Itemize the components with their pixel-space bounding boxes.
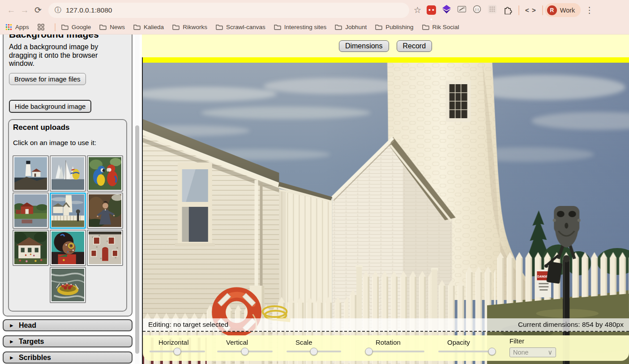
- extension-circle-icon[interactable]: (-): [472, 4, 482, 16]
- toolbar-separator: [542, 5, 543, 15]
- thumbnail-stone-house[interactable]: [87, 230, 123, 266]
- bookmarks-bar: Apps Google News Kalieda Rikworks Scrawl…: [0, 20, 629, 34]
- expand-arrow-icon: ►: [9, 338, 14, 345]
- toolbar-separator: [518, 5, 519, 15]
- bookmark-folder-news[interactable]: News: [99, 24, 125, 30]
- thumbnail-red-barn[interactable]: [13, 193, 49, 229]
- hide-background-button[interactable]: Hide background image: [9, 100, 91, 113]
- opacity-control: Opacity: [438, 337, 494, 359]
- background-images-panel: Background images Add a background image…: [3, 34, 133, 317]
- address-bar[interactable]: ⓘ 127.0.0.1:8080: [48, 3, 409, 18]
- section-scribbles[interactable]: ► Scribbles: [3, 351, 133, 364]
- bookmark-label: Scrawl-canvas: [226, 24, 265, 30]
- reading-list-icon[interactable]: [38, 24, 44, 30]
- tower-window: [446, 81, 471, 122]
- thumbnail-sailboats[interactable]: [50, 155, 86, 192]
- slider-thumb[interactable]: [241, 348, 249, 355]
- bookmark-star-icon[interactable]: ☆: [414, 5, 421, 15]
- panel-intro-text: Add a background image by dragging it on…: [9, 43, 116, 68]
- extension-postcard-icon[interactable]: [457, 4, 466, 16]
- bookmark-folder-publishing[interactable]: Publishing: [375, 24, 413, 30]
- slider-label: Horizontal: [158, 338, 205, 346]
- slider-thumb[interactable]: [365, 348, 373, 355]
- filter-value: None: [513, 349, 529, 356]
- devtools-code-icon[interactable]: < >: [525, 6, 536, 14]
- opacity-slider[interactable]: [438, 351, 494, 352]
- editing-status: Editing: no target selected: [148, 321, 228, 329]
- recent-uploads-heading: Recent uploads: [13, 123, 126, 132]
- bookmark-folder-jobhunt[interactable]: Jobhunt: [335, 24, 367, 30]
- bookmark-label: Rik Social: [432, 24, 459, 30]
- extensions-puzzle-icon[interactable]: [503, 4, 513, 16]
- main-area: Dimensions Record: [142, 34, 629, 364]
- browser-menu-icon[interactable]: ⋮: [585, 5, 594, 15]
- extension-diamond-icon[interactable]: [442, 4, 451, 16]
- vertical-slider[interactable]: [217, 351, 273, 352]
- profile-button[interactable]: R Work: [545, 3, 581, 17]
- forward-icon[interactable]: →: [18, 5, 31, 15]
- slider-label: Opacity: [447, 338, 494, 346]
- bookmark-folder-rikworks[interactable]: Rikworks: [172, 24, 207, 30]
- controls-panel: Horizontal Vertical Scale: [143, 335, 629, 361]
- thumbnail-alpine-house[interactable]: [13, 230, 49, 266]
- dimensions-button[interactable]: Dimensions: [339, 40, 389, 52]
- bookmark-folder-rik-social[interactable]: Rik Social: [422, 24, 459, 30]
- apps-label: Apps: [15, 24, 29, 30]
- thumbnail-woman-in-garden[interactable]: [87, 193, 123, 229]
- thumbnail-grid: [13, 155, 126, 303]
- rotation-slider[interactable]: [367, 351, 424, 352]
- slider-thumb[interactable]: [310, 348, 318, 355]
- section-targets[interactable]: ► Targets: [3, 335, 133, 347]
- bookmark-folder-kalieda[interactable]: Kalieda: [133, 24, 164, 30]
- filter-select[interactable]: None ∨: [509, 347, 556, 357]
- extension-grid-icon[interactable]: [488, 4, 497, 16]
- apps-launcher[interactable]: Apps: [5, 24, 29, 30]
- thumbnail-portland-head-lighthouse[interactable]: [13, 155, 49, 192]
- yellow-strip: [142, 57, 629, 63]
- section-head[interactable]: ► Head: [3, 319, 133, 331]
- thumbnail-pemaquid-lighthouse[interactable]: [50, 193, 86, 229]
- svg-text:(-): (-): [475, 7, 479, 11]
- rotation-control: Rotation: [367, 337, 424, 359]
- sidebar: Background images Add a background image…: [0, 34, 142, 364]
- bookmark-label: Rikworks: [183, 24, 207, 30]
- bookmark-folder-google[interactable]: Google: [61, 24, 91, 30]
- browse-files-button[interactable]: Browse for image files: [9, 73, 86, 85]
- scrollbar-thumb[interactable]: [135, 125, 139, 354]
- back-icon[interactable]: ←: [4, 5, 18, 15]
- scale-slider[interactable]: [287, 351, 341, 352]
- reload-icon[interactable]: ⟳: [31, 5, 45, 15]
- horizontal-control: Horizontal: [150, 337, 205, 359]
- bookmark-folder-scrawl-canvas[interactable]: Scrawl-canvas: [216, 24, 265, 30]
- avatar: R: [547, 5, 557, 15]
- slider-thumb[interactable]: [488, 348, 496, 355]
- canvas[interactable]: DANGER: [142, 63, 629, 364]
- bookmark-label: Jobhunt: [345, 24, 367, 30]
- extension-dots-icon[interactable]: ● ● ●: [427, 5, 436, 15]
- bookmark-label: Google: [72, 24, 91, 30]
- house-window: [175, 163, 215, 246]
- filter-label: Filter: [509, 337, 562, 345]
- section-label: Head: [19, 321, 36, 330]
- thumbnail-whitewater-rafting[interactable]: [50, 267, 86, 303]
- slider-thumb[interactable]: [174, 348, 181, 355]
- site-info-icon[interactable]: ⓘ: [55, 6, 61, 14]
- horizontal-slider[interactable]: [150, 351, 205, 352]
- status-bar: Editing: no target selected Current dime…: [143, 318, 629, 332]
- filter-control: Filter None ∨: [509, 337, 562, 359]
- bookmark-label: Kalieda: [144, 24, 164, 30]
- profile-label: Work: [560, 7, 575, 14]
- slider-label: Rotation: [376, 338, 424, 346]
- bookmark-folder-interesting-sites[interactable]: Interesting sites: [274, 24, 327, 30]
- sidebar-scrollbar[interactable]: [135, 34, 140, 364]
- thumbnail-girl-face-paint[interactable]: [50, 230, 86, 266]
- thumbnail-macaw-parrots[interactable]: [87, 155, 123, 192]
- browser-toolbar: ← → ⟳ ⓘ 127.0.0.1:8080 ☆ ● ● ● (-): [0, 0, 629, 20]
- scale-control: Scale: [287, 337, 341, 359]
- expand-arrow-icon: ►: [9, 322, 14, 329]
- slider-label: Vertical: [226, 338, 273, 346]
- dimensions-readout: Current dimensions: 854 by 480px: [518, 321, 624, 329]
- record-button[interactable]: Record: [397, 40, 432, 52]
- bookmark-label: Interesting sites: [284, 24, 327, 30]
- bookmark-label: Publishing: [385, 24, 413, 30]
